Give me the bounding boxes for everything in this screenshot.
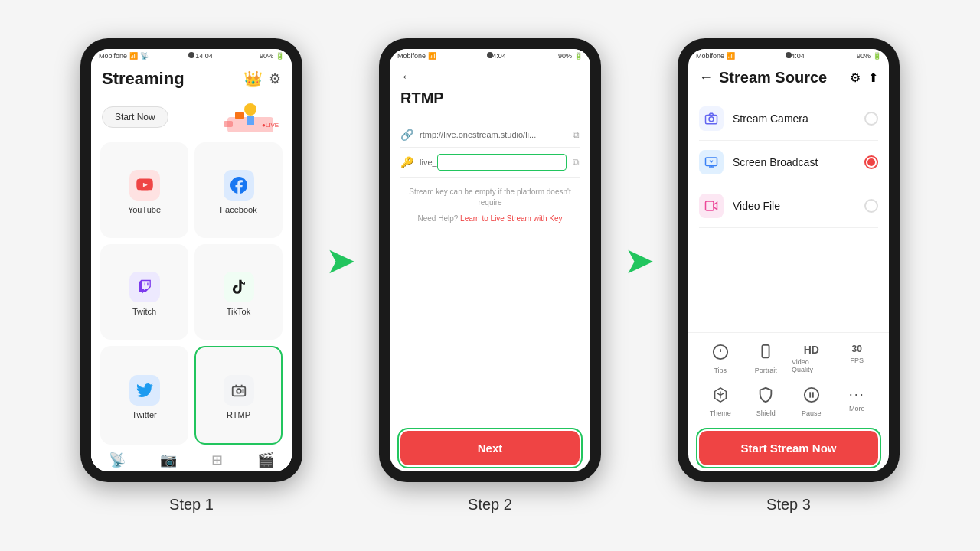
page-title: Streaming [102, 69, 185, 89]
source-video-name: Video File [733, 200, 864, 212]
toolbar-quality[interactable]: HD Video Quality [790, 339, 833, 379]
platform-rtmp[interactable]: RTMP [194, 346, 283, 445]
source-camera-name: Stream Camera [733, 112, 864, 125]
arrow1-icon: ➤ [325, 239, 356, 282]
phone2-content: ← RTMP 🔗 rtmp://live.onestream.studio/li… [390, 61, 590, 471]
link-icon: 🔗 [400, 129, 413, 141]
key-prefix: live_ [420, 158, 437, 167]
rtmp-label: RTMP [227, 410, 250, 419]
settings-icon3[interactable]: ⚙ [850, 70, 861, 85]
rtmp-title: RTMP [400, 90, 444, 106]
facebook-icon [224, 170, 254, 201]
shield-icon [757, 386, 774, 407]
bottom-nav: 📡 📷 ⊞ 🎬 [91, 445, 292, 471]
source-screen-name: Screen Broadcast [733, 156, 864, 168]
portrait-icon [757, 344, 774, 364]
phone2-status-right: 90% 🔋 [558, 52, 583, 60]
toolbar-portrait[interactable]: Portrait [745, 339, 788, 379]
learn-link[interactable]: Learn to Live Stream with Key [460, 214, 562, 223]
source-list: Stream Camera [688, 91, 889, 332]
nav-camera-icon[interactable]: 📷 [160, 452, 177, 468]
key-icon: 🔑 [400, 156, 413, 168]
toolbar-pause[interactable]: Pause [790, 382, 833, 422]
key-copy-icon[interactable]: ⧉ [573, 157, 580, 168]
phone3-battery-pct: 90% [857, 52, 871, 60]
step3-container: Mobifone 📶 14:04 90% 🔋 ← Stream Source [678, 38, 900, 514]
phone2-status-left: Mobifone 📶 [397, 52, 436, 60]
phone2-battery-pct: 90% [558, 52, 572, 60]
phone1-carrier: Mobifone [99, 52, 127, 60]
phone1-status-right: 90% 🔋 [260, 52, 284, 60]
spacer [390, 465, 590, 471]
back-button3[interactable]: ← [699, 70, 713, 86]
streaming-header: Streaming 👑 ⚙ [91, 61, 292, 93]
platform-tiktok[interactable]: TikTok [194, 244, 283, 340]
platform-youtube[interactable]: YouTube [100, 142, 188, 238]
platform-twitter[interactable]: Twitter [100, 346, 188, 445]
phone2-signal-icon: 📶 [428, 52, 436, 60]
illustration: ●LIVE [220, 98, 281, 136]
nav-apps-icon[interactable]: ⊞ [211, 452, 223, 468]
tiktok-icon [224, 272, 254, 302]
platform-twitch[interactable]: Twitch [100, 244, 188, 340]
arrow1: ➤ [325, 239, 356, 312]
svg-rect-1 [235, 112, 244, 119]
radio-video[interactable] [864, 199, 878, 213]
quality-icon: HD [804, 344, 819, 356]
key-input-field[interactable] [437, 154, 567, 171]
header-icons: ⚙ ⬆ [850, 70, 878, 85]
need-help-row: Need Help? Learn to Live Stream with Key [400, 211, 580, 226]
platform-facebook[interactable]: Facebook [194, 142, 283, 238]
source-screen[interactable]: Screen Broadcast [699, 141, 878, 184]
shield-label: Shield [756, 409, 776, 417]
radio-camera[interactable] [864, 112, 878, 126]
main-container: Mobifone 📶 📡 14:04 90% 🔋 Streaming [65, 23, 915, 529]
phone3-status-left: Mobifone 📶 [696, 52, 735, 60]
start-stream-button[interactable]: Start Stream Now [699, 431, 878, 465]
nav-live-icon[interactable]: 📡 [109, 452, 126, 468]
nav-video-icon[interactable]: 🎬 [257, 452, 274, 468]
tips-label: Tips [714, 367, 727, 374]
twitter-label: Twitter [132, 410, 156, 419]
video-icon [699, 194, 724, 218]
phone1-screen: Mobifone 📶 📡 14:04 90% 🔋 Streaming [91, 49, 292, 471]
phone2: Mobifone 📶 14:04 90% 🔋 ← RTMP [379, 38, 601, 482]
radio-dot [867, 158, 875, 166]
copy-icon[interactable]: ⧉ [573, 129, 580, 140]
phone1-battery-icon: 🔋 [276, 52, 284, 60]
svg-rect-21 [763, 344, 769, 357]
source-video[interactable]: Video File [699, 184, 878, 228]
back-button[interactable]: ← [400, 69, 414, 85]
settings-icon[interactable]: ⚙ [269, 70, 281, 87]
start-now-button[interactable]: Start Now [102, 106, 168, 128]
phone3-content: ← Stream Source ⚙ ⬆ [688, 61, 889, 471]
radio-screen[interactable] [864, 155, 878, 169]
stream-source-title: Stream Source [719, 69, 850, 86]
camera-icon [699, 106, 724, 131]
theme-icon [712, 386, 729, 407]
share-icon[interactable]: ⬆ [868, 70, 878, 85]
toolbar-shield[interactable]: Shield [745, 382, 788, 422]
more-icon: ··· [849, 386, 865, 403]
svg-point-14 [709, 116, 714, 121]
phone3-status-right: 90% 🔋 [857, 52, 881, 60]
platform-grid: YouTube Facebook [91, 142, 292, 445]
screen-icon [699, 150, 724, 174]
phone2-camera [487, 52, 493, 58]
source-camera[interactable]: Stream Camera [699, 97, 878, 141]
step1-container: Mobifone 📶 📡 14:04 90% 🔋 Streaming [80, 38, 302, 514]
stream-source-header: ← Stream Source ⚙ ⬆ [688, 61, 889, 91]
phone3: Mobifone 📶 14:04 90% 🔋 ← Stream Source [678, 38, 900, 482]
step3-label: Step 3 [766, 496, 811, 514]
next-button[interactable]: Next [400, 431, 580, 465]
url-row: 🔗 rtmp://live.onestream.studio/li... ⧉ [400, 122, 580, 148]
phone1-content: Streaming 👑 ⚙ Start Now [91, 61, 292, 471]
pause-label: Pause [802, 409, 822, 417]
toolbar-fps[interactable]: 30 FPS [836, 339, 879, 379]
toolbar-theme[interactable]: Theme [699, 382, 742, 422]
toolbar-tips[interactable]: Tips [699, 339, 742, 379]
twitter-icon [129, 375, 160, 406]
phone1-signal-icon: 📶 [129, 52, 138, 60]
toolbar-more[interactable]: ··· More [836, 382, 879, 422]
svg-text:●LIVE: ●LIVE [262, 122, 279, 129]
